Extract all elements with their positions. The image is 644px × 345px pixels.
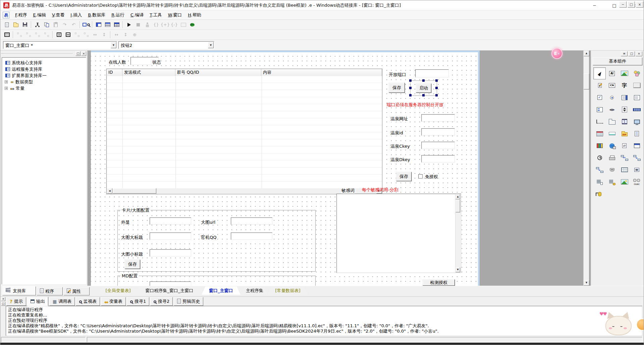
scrollbar-thumb[interactable] (455, 200, 460, 212)
tab-属性[interactable]: 属性 (63, 287, 90, 295)
fit-width-button[interactable]: ↔ (112, 30, 121, 39)
column-header-1[interactable]: ID (107, 69, 122, 76)
workspace-tab-4[interactable]: 主程序集 (241, 286, 268, 295)
layout-grid-button[interactable] (112, 20, 121, 29)
mdi-close-button[interactable]: × (636, 1, 643, 8)
step-over-button[interactable]: {+} (161, 20, 170, 29)
floating-badge[interactable]: E× (551, 48, 562, 59)
paste-button[interactable] (51, 20, 60, 29)
stop-button[interactable] (133, 20, 143, 29)
toolbox-single-line-edit[interactable] (606, 128, 618, 140)
copy-button[interactable] (42, 20, 51, 29)
toolbox-checked-list-box[interactable] (593, 104, 606, 116)
tree-item[interactable]: 远程服务支持库 (3, 66, 85, 72)
form-editor-button[interactable] (2, 30, 11, 39)
chevron-down-icon[interactable]: ▼ (208, 42, 214, 48)
bigimage-subtitle-input[interactable] (150, 249, 191, 257)
textbox-vscrollbar[interactable]: ▲ ▼ (455, 194, 461, 272)
menu-C[interactable]: C.编译 (127, 10, 147, 20)
toolbox-tab-control[interactable] (606, 116, 618, 128)
new-file-button[interactable] (2, 20, 11, 29)
toolbox-internet-transfer[interactable] (606, 140, 618, 152)
output-tab-搜寻2[interactable]: 搜寻2 (150, 297, 173, 306)
scrollbar-thumb[interactable] (584, 73, 589, 89)
redo-button[interactable]: ↷ (60, 20, 69, 29)
menu-I[interactable]: I.插入 (67, 10, 85, 20)
panel-restore-button[interactable]: □ (75, 51, 80, 56)
official-qq-input[interactable] (231, 232, 272, 240)
scrollbar-thumb[interactable] (113, 188, 156, 194)
hotspring-url-input[interactable] (421, 114, 455, 122)
open-port-input[interactable] (415, 69, 449, 77)
find-in-code-button[interactable] (82, 20, 91, 29)
toolbox-picture-box[interactable] (618, 67, 631, 79)
fit-both-button[interactable]: ⊕ (130, 30, 139, 39)
debug-run-button[interactable] (143, 20, 152, 29)
tree-item[interactable]: +常量 (3, 85, 85, 91)
scroll-up-icon[interactable]: ▲ (455, 194, 460, 199)
output-tab-提示[interactable]: ?提示 (6, 297, 26, 306)
toolbox-clock-timer[interactable] (593, 152, 606, 164)
toolbox-spin-button[interactable] (618, 104, 631, 116)
hotspring-dkey-input[interactable] (421, 155, 455, 162)
breakpoint-tool-button[interactable] (179, 20, 188, 29)
toolbox-page-scroller[interactable]: ⇄ (618, 140, 631, 152)
toolbox-image-list[interactable] (618, 176, 631, 188)
sensitive-words-textbox[interactable]: ▲ ▼ (336, 194, 461, 273)
output-tab-输出[interactable]: 输出 (27, 297, 48, 306)
debug-ant-button[interactable] (188, 20, 197, 29)
selection-handle[interactable] (409, 87, 412, 89)
menu-E[interactable]: E.编辑 (30, 10, 49, 20)
toolbox-shape-group[interactable] (631, 67, 643, 79)
toolbox-radio-button[interactable] (606, 91, 618, 104)
workspace-tab-3[interactable]: 窗口_主窗口 (202, 286, 240, 295)
toolbox-animation-box[interactable]: 1 (618, 116, 631, 128)
selection-handle[interactable] (409, 94, 412, 96)
message-listview[interactable]: ID发送模式群号 QQ/ID内容 ◀ ▶ (106, 69, 382, 194)
column-header-4[interactable]: 内容 (261, 69, 382, 76)
toolbox-client-socket[interactable]: ↳ (631, 152, 643, 164)
tree-item[interactable]: +∞数据类型 (3, 79, 85, 85)
bigimage-title-input[interactable] (150, 232, 191, 240)
start-button[interactable]: 启动 (416, 83, 431, 93)
menu-W[interactable]: W.窗口 (165, 10, 185, 20)
save-port-button[interactable]: 保存 (389, 83, 405, 93)
layout-left-button[interactable] (94, 20, 103, 29)
tab-支持库[interactable]: 支持库 (2, 286, 36, 295)
toolbox-color-picker[interactable] (593, 140, 606, 152)
selection-handle[interactable] (422, 79, 425, 82)
component-selector-combo[interactable]: 按钮2 ▼ (118, 41, 214, 49)
fit-height-button[interactable]: ↕ (121, 30, 130, 39)
selection-handle[interactable] (435, 79, 438, 82)
same-height-button[interactable] (82, 30, 91, 39)
toolbox-rich-edit[interactable] (593, 79, 606, 91)
hotspring-ckey-input[interactable] (421, 142, 455, 149)
toolbox-month-calendar[interactable] (593, 128, 606, 140)
tree-item[interactable]: 扩展界面支持库一 (3, 72, 85, 79)
output-close-icon[interactable]: × (1, 297, 5, 301)
workspace-tab-1[interactable]: [全局变量表] (98, 286, 138, 295)
toolbox-close-button[interactable]: × (636, 51, 642, 56)
selection-handle[interactable] (422, 94, 425, 96)
toolbox-printer[interactable] (606, 152, 618, 164)
toolbox-odbc-source[interactable]: ODBC (631, 176, 643, 188)
toolbox-group-box[interactable]: CN (606, 79, 618, 91)
open-file-button[interactable] (11, 20, 20, 29)
listview-body[interactable] (107, 76, 382, 188)
menu-T[interactable]: T.工具 (147, 10, 165, 20)
align-bottom-button[interactable] (42, 30, 51, 39)
panel-close-button[interactable]: × (81, 51, 86, 56)
minimize-button[interactable]: ─ (585, 0, 604, 10)
save-hotspring-button[interactable]: 保存 (396, 172, 412, 181)
space-vertical-button[interactable]: ↕ (100, 30, 109, 39)
scroll-down-icon[interactable]: ▼ (584, 280, 589, 286)
workspace-tab-2[interactable]: 窗口程序集_窗口_主窗口 (135, 286, 204, 295)
toolbox-browser-box[interactable] (631, 116, 643, 128)
compile-output-log[interactable]: 正在编译现行程序正在检查重复名称...正在预处理现行程序正在编译易模块"精易模块… (6, 306, 642, 336)
menu-B[interactable]: B.数据库 (85, 10, 108, 20)
toolbox-restore-button[interactable]: □ (628, 51, 635, 56)
undo-button[interactable]: ↶ (69, 20, 78, 29)
toolbox-label[interactable]: 字 (618, 79, 631, 91)
listview-hscrollbar[interactable]: ◀ ▶ (107, 188, 382, 194)
mdi-restore-button[interactable]: □ (628, 1, 635, 8)
